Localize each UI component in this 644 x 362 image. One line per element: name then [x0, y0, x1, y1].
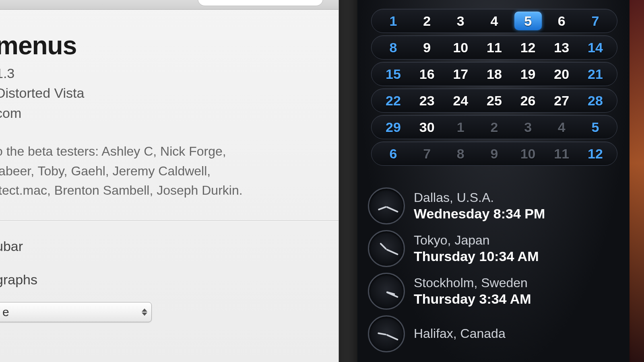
weekday-label: S — [595, 0, 603, 2]
calendar-day[interactable]: 6 — [546, 13, 577, 29]
calendar-day[interactable]: 30 — [412, 119, 442, 135]
calendar-day[interactable]: 21 — [580, 66, 611, 82]
calendar-day[interactable]: 13 — [546, 40, 577, 56]
clock-item[interactable]: Halifax, Canada — [368, 315, 621, 352]
calendar-grid: 1234567891011121314151617181920212223242… — [357, 4, 631, 174]
calendar-day[interactable]: 8 — [445, 146, 476, 162]
clock-city-label: Tokyo, Japan — [414, 233, 539, 248]
clock-face-icon — [368, 187, 405, 224]
toolbar — [0, 0, 339, 10]
world-clocks: Dallas, U.S.A.Wednesday 8:34 PMTokyo, Ja… — [357, 174, 631, 352]
calendar-day[interactable]: 29 — [378, 119, 409, 135]
clock-time-label: Thursday 10:34 AM — [414, 249, 539, 264]
clock-time-label: Thursday 3:34 AM — [414, 291, 531, 307]
calendar-day[interactable]: 1 — [378, 13, 409, 29]
version-label: 1.3 — [0, 64, 327, 83]
calendar-day[interactable]: 28 — [580, 93, 611, 109]
updown-stepper-icon — [142, 309, 147, 316]
clock-city-label: Halifax, Canada — [414, 326, 506, 341]
clock-face-icon — [368, 273, 405, 310]
thanks-line: itect.mac, Brenton Sambell, Joseph Durki… — [0, 181, 327, 200]
option-label: graphs — [0, 272, 327, 288]
calendar-week-row: 891011121314 — [371, 35, 617, 60]
site-label: com — [0, 103, 327, 123]
preferences-window: menus 1.3 Distorted Vista com o the beta… — [0, 0, 339, 362]
calendar-day[interactable]: 9 — [479, 146, 510, 162]
clock-city-label: Dallas, U.S.A. — [414, 190, 545, 205]
weekday-label: S — [385, 0, 393, 2]
option-label: ubar — [0, 239, 327, 254]
popup-value: e — [2, 305, 9, 319]
search-input[interactable] — [198, 0, 323, 6]
calendar-day[interactable]: 4 — [479, 13, 510, 29]
calendar-day[interactable]: 20 — [546, 66, 577, 82]
thanks-line: o the beta testers: Ashley C, Nick Forge… — [0, 142, 327, 161]
calendar-day[interactable]: 10 — [513, 146, 543, 162]
calendar-day[interactable]: 11 — [479, 40, 510, 56]
weekday-label: W — [490, 0, 501, 2]
clock-city-label: Stockholm, Sweden — [414, 276, 531, 290]
clock-item[interactable]: Stockholm, SwedenThursday 3:34 AM — [368, 273, 621, 310]
thanks-block: o the beta testers: Ashley C, Nick Forge… — [0, 142, 327, 200]
calendar-day[interactable]: 11 — [546, 146, 577, 162]
weekday-label: F — [561, 0, 569, 2]
calendar-weekday-header: SMTWTFS — [357, 0, 631, 4]
calendar-day[interactable]: 22 — [378, 93, 409, 109]
calendar-day[interactable]: 2 — [479, 119, 510, 135]
thanks-line: labeer, Toby, Gaehl, Jeremy Caldwell, — [0, 161, 327, 181]
clock-face-icon — [368, 230, 405, 267]
calendar-week-row: 15161718192021 — [371, 62, 617, 86]
calendar-week-row: 1234567 — [371, 9, 617, 33]
calendar-day[interactable]: 17 — [445, 66, 476, 82]
app-title: menus — [0, 31, 327, 60]
calendar-day[interactable]: 9 — [412, 40, 442, 56]
calendar-day[interactable]: 5 — [580, 119, 611, 135]
weekday-label: T — [456, 0, 463, 2]
calendar-day[interactable]: 12 — [580, 146, 611, 162]
calendar-week-row: 22232425262728 — [371, 88, 617, 113]
calendar-day[interactable]: 19 — [513, 66, 543, 82]
desktop-edge-decoration — [630, 0, 644, 362]
sidebar-widget: SMTWTFS 12345678910111213141516171819202… — [357, 0, 631, 362]
calendar-day[interactable]: 18 — [479, 66, 510, 82]
clock-item[interactable]: Tokyo, JapanThursday 10:34 AM — [368, 230, 621, 267]
divider — [0, 220, 339, 221]
weekday-label: M — [420, 0, 430, 2]
calendar-day[interactable]: 16 — [412, 66, 442, 82]
weekday-label: T — [528, 0, 535, 2]
calendar-day[interactable]: 1 — [445, 119, 476, 135]
calendar-day[interactable]: 6 — [378, 146, 409, 162]
calendar-day[interactable]: 10 — [445, 40, 476, 56]
calendar-day[interactable]: 27 — [546, 93, 577, 109]
calendar-day[interactable]: 2 — [412, 13, 442, 29]
calendar-day[interactable]: 23 — [412, 93, 442, 109]
calendar-week-row: 6789101112 — [371, 142, 617, 166]
calendar-day-today[interactable]: 5 — [513, 12, 543, 30]
calendar-day[interactable]: 3 — [445, 13, 476, 29]
author-label: Distorted Vista — [0, 83, 327, 103]
calendar-day[interactable]: 8 — [378, 40, 409, 56]
clock-face-icon — [368, 315, 405, 352]
calendar-day[interactable]: 12 — [513, 40, 543, 56]
calendar-day[interactable]: 15 — [378, 66, 409, 82]
clock-item[interactable]: Dallas, U.S.A.Wednesday 8:34 PM — [368, 187, 621, 224]
calendar-day[interactable]: 25 — [479, 93, 510, 109]
calendar-day[interactable]: 3 — [513, 119, 543, 135]
calendar-day[interactable]: 7 — [412, 146, 442, 162]
popup-menu[interactable]: e — [0, 302, 152, 322]
clock-time-label: Wednesday 8:34 PM — [414, 206, 545, 222]
calendar-day[interactable]: 4 — [546, 119, 577, 135]
calendar-day[interactable]: 24 — [445, 93, 476, 109]
calendar-day[interactable]: 14 — [580, 40, 611, 56]
calendar-day[interactable]: 26 — [513, 93, 543, 109]
calendar-week-row: 293012345 — [371, 115, 617, 139]
calendar-day[interactable]: 7 — [580, 13, 611, 29]
